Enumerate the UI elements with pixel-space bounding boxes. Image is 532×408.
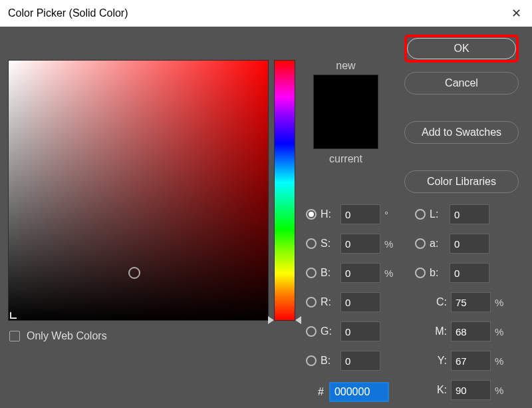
r-input[interactable]	[340, 292, 380, 312]
hex-input[interactable]	[329, 382, 389, 402]
b-rgb-label: B:	[321, 355, 340, 367]
g-label: G:	[321, 325, 340, 337]
hex-hash: #	[318, 386, 324, 398]
k-label: K:	[431, 384, 451, 396]
titlebar: Color Picker (Solid Color) ✕	[0, 0, 532, 27]
r-radio[interactable]	[306, 297, 317, 307]
only-web-colors-row: Only Web Colors	[9, 330, 107, 342]
h-input[interactable]	[340, 204, 380, 224]
b-hsb-input[interactable]	[340, 263, 380, 283]
color-cursor-icon	[128, 267, 140, 279]
only-web-colors-label: Only Web Colors	[27, 330, 107, 342]
hue-slider-thumb-right-icon	[295, 316, 301, 324]
swatch-preview: new current	[306, 60, 386, 168]
k-input[interactable]	[451, 380, 491, 400]
s-radio[interactable]	[306, 238, 317, 249]
b-rgb-radio[interactable]	[306, 355, 317, 366]
b-hsb-label: B:	[321, 267, 340, 279]
new-label: new	[306, 60, 386, 72]
a-label: a:	[430, 238, 450, 250]
corner-indicator-icon	[10, 312, 17, 319]
l-radio[interactable]	[415, 209, 426, 220]
m-input[interactable]	[451, 321, 491, 341]
close-icon[interactable]: ✕	[509, 6, 524, 21]
b-hsb-unit: %	[380, 268, 395, 279]
b-lab-label: b:	[430, 267, 450, 279]
c-label: C:	[431, 296, 451, 308]
s-unit: %	[380, 238, 395, 250]
saturation-value-field[interactable]	[8, 60, 269, 321]
l-label: L:	[430, 208, 450, 220]
ok-button[interactable]: OK	[404, 35, 519, 63]
b-hsb-radio[interactable]	[306, 268, 317, 278]
h-label: H:	[321, 208, 340, 220]
window-title: Color Picker (Solid Color)	[8, 7, 128, 19]
y-label: Y:	[431, 355, 451, 367]
c-input[interactable]	[451, 292, 491, 312]
h-radio[interactable]	[306, 209, 317, 220]
hue-slider[interactable]	[274, 60, 295, 321]
cancel-button[interactable]: Cancel	[404, 72, 519, 95]
y-unit: %	[491, 355, 505, 367]
c-unit: %	[491, 297, 505, 308]
a-input[interactable]	[450, 234, 489, 254]
b-lab-input[interactable]	[450, 263, 489, 283]
m-label: M:	[431, 325, 451, 337]
add-to-swatches-button[interactable]: Add to Swatches	[404, 121, 519, 144]
s-label: S:	[321, 238, 340, 250]
l-input[interactable]	[450, 204, 489, 224]
value-fields: H: ° L: S: % a: B: %	[306, 200, 524, 405]
m-unit: %	[491, 326, 505, 337]
r-label: R:	[321, 296, 340, 308]
color-swatch	[313, 75, 378, 149]
color-libraries-button[interactable]: Color Libraries	[404, 170, 519, 193]
g-input[interactable]	[340, 321, 380, 341]
a-radio[interactable]	[415, 238, 426, 249]
g-radio[interactable]	[306, 326, 317, 337]
h-unit: °	[380, 209, 395, 220]
hue-slider-thumb-left-icon	[268, 316, 274, 324]
current-label: current	[306, 153, 386, 165]
s-input[interactable]	[340, 234, 380, 254]
b-rgb-input[interactable]	[340, 351, 380, 371]
b-lab-radio[interactable]	[415, 268, 426, 278]
only-web-colors-checkbox[interactable]	[9, 331, 20, 341]
k-unit: %	[491, 385, 505, 396]
y-input[interactable]	[451, 351, 491, 371]
